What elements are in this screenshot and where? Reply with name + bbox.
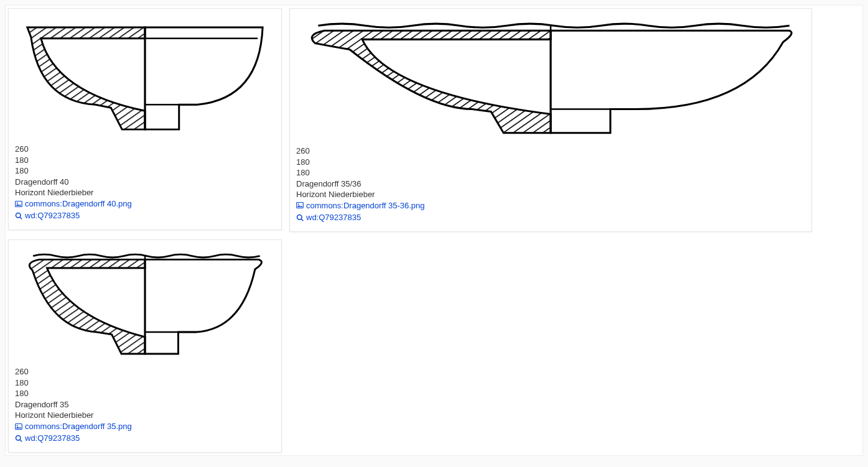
item-value: 260 (296, 146, 805, 157)
item-title: Dragendorff 40 (15, 177, 275, 188)
item-value: 180 (15, 377, 275, 389)
item-value: 180 (15, 165, 275, 177)
svg-point-13 (297, 215, 302, 220)
wikidata-link-label: wd:Q79237835 (306, 212, 361, 223)
item-horizon: Horizont Niederbieber (15, 187, 275, 198)
wikidata-link-label: wd:Q79237835 (25, 433, 80, 444)
item-illustration (15, 246, 275, 361)
image-icon (15, 200, 22, 208)
commons-link[interactable]: commons:Dragendorff 35.png (15, 421, 132, 432)
item-value: 180 (15, 388, 275, 399)
image-icon (296, 201, 304, 209)
svg-line-14 (301, 219, 303, 221)
commons-link[interactable]: commons:Dragendorff 40.png (15, 198, 132, 210)
item-horizon: Horizont Niederbieber (15, 410, 275, 421)
result-card: 260180180Dragendorff 40Horizont Niederbi… (8, 8, 282, 230)
item-metadata: 260180180Dragendorff 35/36Horizont Niede… (296, 146, 805, 224)
search-icon (15, 212, 22, 220)
svg-rect-4 (16, 201, 22, 206)
svg-line-21 (20, 440, 22, 442)
commons-link-label: commons:Dragendorff 35.png (25, 421, 132, 432)
svg-rect-18 (16, 423, 22, 429)
commons-link-label: commons:Dragendorff 40.png (25, 198, 132, 210)
results-container: 260180180Dragendorff 40Horizont Niederbi… (5, 5, 863, 456)
item-metadata: 260180180Dragendorff 35Horizont Niederbi… (15, 366, 275, 445)
commons-link[interactable]: commons:Dragendorff 35-36.png (296, 200, 425, 211)
item-value: 180 (296, 167, 805, 178)
commons-link-label: commons:Dragendorff 35-36.png (306, 200, 425, 211)
item-horizon: Horizont Niederbieber (296, 189, 805, 200)
svg-line-7 (20, 217, 22, 219)
svg-point-19 (17, 425, 18, 426)
item-value: 180 (296, 157, 805, 168)
wikidata-link[interactable]: wd:Q79237835 (15, 210, 80, 221)
search-icon (15, 435, 22, 442)
svg-point-6 (16, 213, 21, 218)
wikidata-link-label: wd:Q79237835 (25, 210, 80, 221)
item-title: Dragendorff 35 (15, 399, 275, 410)
svg-point-5 (17, 202, 18, 203)
item-value: 180 (15, 155, 275, 166)
item-title: Dragendorff 35/36 (296, 178, 805, 190)
result-card: 260180180Dragendorff 35Horizont Niederbi… (8, 239, 282, 453)
item-illustration (296, 15, 805, 141)
svg-rect-11 (297, 203, 304, 208)
svg-point-20 (16, 435, 21, 440)
item-value: 260 (15, 366, 275, 377)
image-icon (15, 423, 22, 430)
svg-point-12 (298, 204, 299, 205)
item-illustration (15, 15, 275, 139)
item-value: 260 (15, 144, 275, 155)
wikidata-link[interactable]: wd:Q79237835 (296, 212, 361, 223)
result-card: 260180180Dragendorff 35/36Horizont Niede… (289, 8, 812, 232)
wikidata-link[interactable]: wd:Q79237835 (15, 433, 80, 444)
search-icon (296, 214, 304, 221)
item-metadata: 260180180Dragendorff 40Horizont Niederbi… (15, 144, 275, 222)
